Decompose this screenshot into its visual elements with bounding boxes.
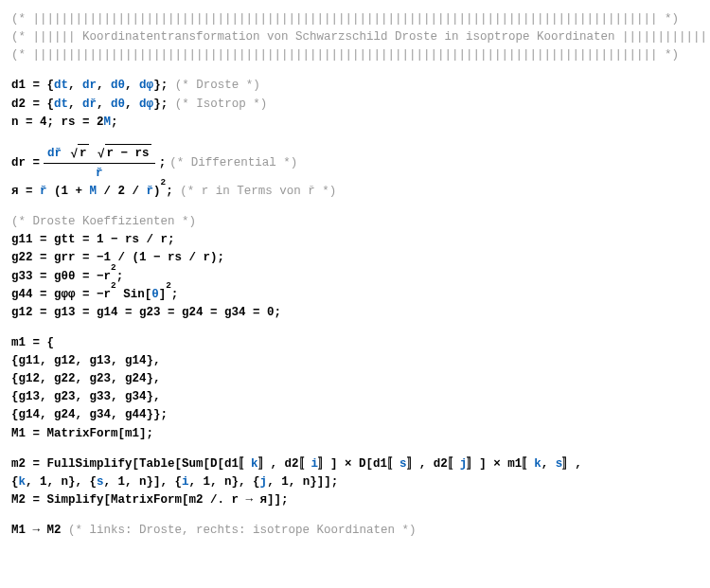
text: m2 = FullSimplify[Table[Sum[D[d1〚 bbox=[11, 457, 251, 471]
text: ; bbox=[116, 270, 124, 283]
text: n = 4; rs = 2 bbox=[11, 116, 104, 129]
comment: (* r in Terms von ř *) bbox=[180, 185, 336, 198]
text: dr = bbox=[11, 154, 40, 171]
text: ; bbox=[111, 116, 118, 129]
text: , bbox=[541, 457, 556, 471]
differentials-block: d1 = {dt, dr, dθ, dφ}; (* Droste *) d2 =… bbox=[11, 77, 699, 130]
symbol: ř bbox=[147, 185, 154, 198]
comment-line: (* |||||| Koordinatentransformation von … bbox=[11, 28, 699, 45]
text: , bbox=[125, 79, 139, 92]
text: , 1, n}], { bbox=[104, 475, 183, 489]
text: , 1, n}]]; bbox=[267, 475, 338, 489]
comment: (* Differential *) bbox=[169, 154, 297, 171]
code-line: {g13, g23, g33, g34}, bbox=[11, 388, 699, 405]
m1-block: m1 = { {g11, g12, g13, g14}, {g12, g22, … bbox=[11, 334, 699, 442]
index: s bbox=[97, 475, 104, 489]
text: , 1, n}, { bbox=[189, 475, 260, 489]
header-comment-block: (* |||||||||||||||||||||||||||||||||||||… bbox=[11, 10, 699, 63]
text: , bbox=[97, 98, 111, 111]
symbol: dθ bbox=[111, 98, 125, 111]
text: 〛] × D[d1〚 bbox=[318, 457, 399, 471]
index: i bbox=[311, 457, 319, 471]
text: , bbox=[68, 98, 82, 111]
code-line: g44 = gφφ = −r2 Sin[θ]2; bbox=[11, 286, 699, 303]
code-line: d1 = {dt, dr, dθ, dφ}; (* Droste *) bbox=[11, 77, 699, 94]
code-line: {g12, g22, g23, g24}, bbox=[11, 370, 699, 387]
text: Sin[ bbox=[116, 288, 152, 301]
code-line: M2 = Simplify[MatrixForm[m2 /. r → я]]; bbox=[11, 491, 699, 508]
comment-text: (* r in Terms von ř *) bbox=[180, 185, 336, 198]
symbol: dt bbox=[54, 79, 68, 92]
code-line: {g14, g24, g34, g44}}; bbox=[11, 406, 699, 423]
text: , bbox=[125, 98, 139, 111]
text: , bbox=[68, 79, 82, 92]
symbol: M bbox=[90, 185, 98, 198]
symbol: M bbox=[104, 116, 112, 129]
m2-block: m2 = FullSimplify[Table[Sum[D[d1〚k〛, d2〚… bbox=[11, 455, 699, 508]
index: j bbox=[260, 475, 268, 489]
radicand: r − rs bbox=[105, 144, 151, 162]
text: / 2 / bbox=[97, 185, 147, 198]
text: d2 = { bbox=[11, 98, 54, 111]
index: s bbox=[399, 457, 407, 471]
code-line: M1 = MatrixForm[m1]; bbox=[11, 425, 699, 442]
text: , 1, n}, { bbox=[26, 475, 97, 489]
text: }; bbox=[153, 98, 168, 111]
text: }; bbox=[153, 79, 168, 92]
symbol: ř bbox=[40, 185, 47, 198]
text: 〛] × m1〚 bbox=[467, 457, 534, 471]
code-line: dr = dř r r − rs ř ; (* Differential *) bbox=[11, 144, 699, 182]
comment-text: (* links: Droste, rechts: isotrope Koord… bbox=[68, 524, 417, 537]
text: { bbox=[11, 475, 19, 489]
text: , bbox=[97, 79, 111, 92]
text: g33 = gθθ = −r bbox=[11, 270, 111, 283]
code-line: M1 → M2 (* links: Droste, rechts: isotro… bbox=[11, 522, 699, 539]
text: 〛, d2〚 bbox=[407, 457, 460, 471]
index: k bbox=[19, 475, 27, 489]
text: ; bbox=[171, 288, 179, 301]
text: ) bbox=[153, 185, 161, 198]
sqrt: r bbox=[69, 144, 89, 162]
comment-line: (* Droste Koeffizienten *) bbox=[11, 213, 699, 230]
index: k bbox=[534, 457, 541, 471]
text: d1 = { bbox=[11, 79, 54, 92]
code-line: n = 4; rs = 2M; bbox=[11, 114, 699, 131]
symbol: dφ bbox=[139, 98, 153, 111]
index: i bbox=[182, 475, 189, 489]
code-line: m1 = { bbox=[11, 334, 699, 351]
text: ; bbox=[159, 154, 167, 171]
text: 〛, d2〚 bbox=[258, 457, 311, 471]
code-line: я = ř (1 + M / 2 / ř)2; (* r in Terms vo… bbox=[11, 183, 699, 200]
code-line: d2 = {dt, dř, dθ, dφ}; (* Isotrop *) bbox=[11, 96, 699, 113]
comment-text: (* Droste *) bbox=[175, 79, 260, 92]
differential-fraction-block: dr = dř r r − rs ř ; (* Differential *) … bbox=[11, 144, 699, 200]
text: M1 → M2 bbox=[11, 524, 62, 537]
radicand: r bbox=[78, 144, 89, 162]
text: (1 + bbox=[47, 185, 90, 198]
symbol: dφ bbox=[139, 79, 153, 92]
symbol: dř bbox=[82, 98, 97, 111]
code-line: {g11, g12, g13, g14}, bbox=[11, 352, 699, 369]
comment: (* Droste *) bbox=[175, 79, 260, 92]
sqrt: r − rs bbox=[96, 144, 151, 162]
comment: (* links: Droste, rechts: isotrope Koord… bbox=[68, 524, 417, 537]
code-line: m2 = FullSimplify[Table[Sum[D[d1〚k〛, d2〚… bbox=[11, 455, 699, 472]
symbol: dθ bbox=[111, 79, 125, 92]
symbol: dt bbox=[54, 98, 68, 111]
text: 〛, bbox=[562, 457, 582, 471]
code-line: g11 = gtt = 1 − rs / r; bbox=[11, 231, 699, 248]
comment-line: (* |||||||||||||||||||||||||||||||||||||… bbox=[11, 46, 699, 63]
final-block: M1 → M2 (* links: Droste, rechts: isotro… bbox=[11, 522, 699, 539]
code-line: g12 = g13 = g14 = g23 = g24 = g34 = 0; bbox=[11, 304, 699, 321]
text: я = bbox=[11, 185, 40, 198]
text: ; bbox=[166, 185, 173, 198]
fraction: dř r r − rs ř bbox=[44, 144, 155, 182]
symbol: θ bbox=[151, 288, 159, 301]
code-line: {k, 1, n}, {s, 1, n}], {i, 1, n}, {j, 1,… bbox=[11, 473, 699, 490]
numerator: dř r r − rs bbox=[44, 144, 155, 164]
denominator: ř bbox=[44, 164, 155, 182]
comment-line: (* |||||||||||||||||||||||||||||||||||||… bbox=[11, 10, 699, 27]
symbol: dr bbox=[82, 79, 97, 92]
index: k bbox=[251, 457, 258, 471]
droste-coeff-block: (* Droste Koeffizienten *) g11 = gtt = 1… bbox=[11, 213, 699, 321]
